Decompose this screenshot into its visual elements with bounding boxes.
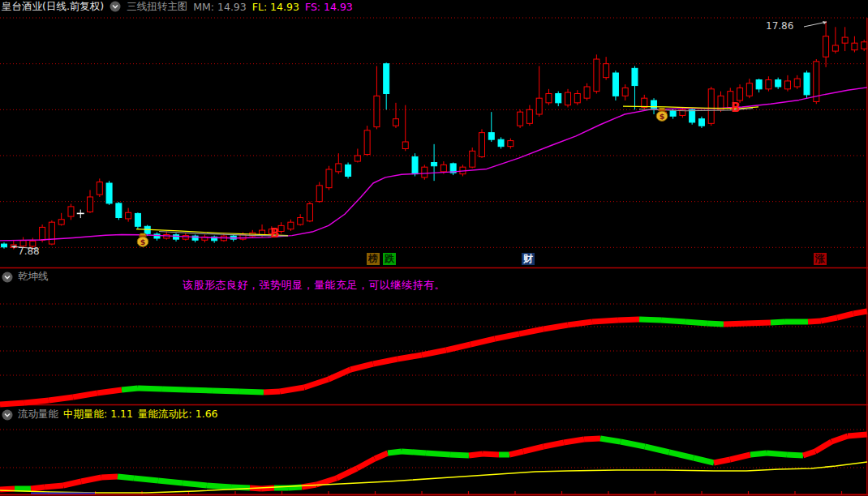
qiankun-trend-band: [618, 319, 639, 320]
flow-energy-band: [600, 438, 621, 442]
qiankun-trend-band: [373, 359, 397, 364]
flow-metric-mid: 中期量能: 1.11: [63, 408, 133, 421]
candle-body: [766, 79, 771, 88]
flow-energy-band: [183, 483, 207, 485]
flow-energy-band: [0, 489, 15, 490]
candle-body: [604, 64, 609, 78]
ranking-tag-button[interactable]: 跌: [383, 253, 396, 265]
qiankun-trend-band: [162, 389, 187, 390]
flow-energy-band: [544, 443, 564, 447]
flow-energy-band: [288, 487, 302, 488]
flow-energy-band: [45, 485, 63, 487]
qiankun-trend-band: [808, 321, 821, 322]
candle-body: [708, 89, 714, 123]
qiankun-indicator-name[interactable]: 乾坤线: [18, 270, 49, 284]
candle-body: [622, 88, 628, 96]
flow-energy-band: [231, 487, 250, 488]
flow-energy-band: [450, 455, 469, 455]
qiankun-trend-band: [350, 364, 373, 370]
candle-body: [106, 183, 112, 203]
candle-body: [594, 59, 599, 92]
ranking-tag-button[interactable]: 涨: [814, 253, 827, 265]
candle-body: [546, 93, 552, 102]
qiankun-trend-band: [821, 318, 837, 321]
candle-body: [49, 222, 54, 244]
advice-text: 该股形态良好，强势明显，量能充足，可以继续持有。: [183, 278, 445, 293]
qiankun-trend-band: [568, 322, 592, 325]
candle-body: [58, 220, 64, 224]
chevron-down-icon[interactable]: [2, 272, 13, 283]
candle-body: [536, 98, 542, 114]
qiankun-trend-band: [471, 339, 495, 344]
candle-body: [326, 169, 332, 188]
chevron-down-icon[interactable]: [110, 1, 121, 12]
ranking-tag-button[interactable]: 榜: [367, 253, 380, 265]
flow-energy-band: [848, 434, 867, 436]
flow-energy-band: [564, 439, 584, 443]
candle-body: [823, 36, 829, 57]
qiankun-trend-band: [24, 400, 49, 403]
flow-energy-band: [483, 454, 499, 455]
svg-text:$: $: [140, 237, 146, 246]
flow-energy-band: [134, 478, 158, 481]
flow-energy-band: [337, 468, 357, 478]
qiankun-trend-band: [73, 393, 97, 397]
candle-body: [776, 79, 781, 86]
qiankun-trend-band: [329, 370, 350, 379]
qiankun-trend-band: [544, 325, 568, 329]
ranking-tag-button[interactable]: 财: [522, 253, 535, 265]
candle-body: [642, 98, 647, 107]
qiankun-trend-band: [724, 323, 746, 324]
candle-body: [316, 186, 322, 202]
indicator-name[interactable]: 三线扭转主图: [127, 0, 187, 14]
candle-body: [670, 111, 676, 117]
candle-body: [746, 83, 752, 96]
candle-body: [832, 45, 838, 51]
candle-body: [804, 73, 810, 95]
mm-value: MM: 14.93: [193, 1, 247, 13]
qiankun-trend-band: [0, 403, 24, 404]
qiankun-trend-band: [592, 320, 618, 322]
flow-energy-band: [388, 451, 402, 453]
candle-body: [565, 92, 571, 105]
flow-energy-band: [787, 455, 803, 455]
candle-body: [412, 156, 418, 173]
qiankun-panel-header: 乾坤线: [2, 270, 49, 284]
qiankun-trend-band: [519, 329, 544, 334]
flow-energy-band: [118, 477, 134, 478]
candle-body: [651, 100, 657, 109]
flow-energy-band: [426, 453, 450, 455]
flow-panel-header: 流动量能 中期量能: 1.11 量能流动比: 1.66: [2, 408, 218, 421]
flow-energy-band: [584, 438, 600, 439]
qiankun-trend-band: [304, 379, 329, 387]
fs-value: FS: 14.93: [305, 1, 353, 13]
candle-body: [556, 93, 561, 102]
candle-body: [862, 42, 867, 49]
candle-body: [574, 93, 580, 102]
candle-body: [584, 87, 590, 98]
flow-energy-band: [101, 477, 118, 477]
flow-energy-band: [803, 451, 815, 455]
flow-energy-band: [31, 487, 45, 489]
candle-body: [526, 109, 532, 123]
low-price-label: 7.88: [18, 246, 40, 257]
flow-energy-band: [815, 442, 831, 451]
candle-body: [842, 37, 848, 43]
fl-value: FL: 14.93: [252, 1, 299, 13]
flow-energy-band: [714, 460, 730, 463]
flow-energy-band: [831, 436, 848, 442]
candle-body: [737, 88, 743, 100]
candle-body: [852, 43, 857, 49]
candle-body: [784, 81, 790, 89]
chart-canvas[interactable]: $$: [0, 0, 868, 496]
candle-body: [355, 156, 360, 161]
candle-body: [346, 165, 351, 176]
flow-indicator-name[interactable]: 流动量能: [18, 408, 58, 421]
chevron-down-icon[interactable]: [2, 409, 13, 421]
candle-body: [116, 203, 122, 218]
flow-energy-band: [767, 453, 787, 455]
flow-energy-band: [669, 452, 694, 458]
candle-body: [393, 119, 398, 126]
candle-body: [288, 222, 294, 229]
qiankun-trend-band: [138, 388, 162, 389]
